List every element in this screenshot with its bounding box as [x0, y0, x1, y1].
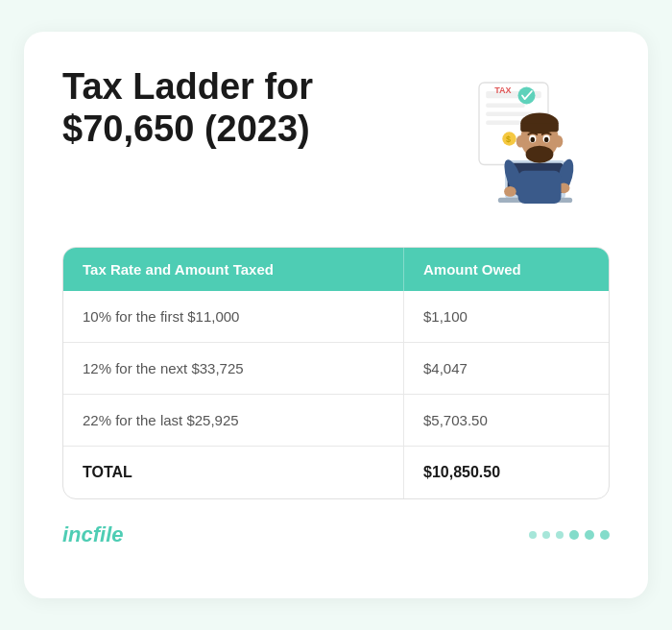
page-title: Tax Ladder for $70,650 (2023) — [62, 66, 389, 150]
svg-point-20 — [531, 137, 536, 142]
svg-point-21 — [544, 137, 549, 142]
svg-point-6 — [518, 87, 536, 105]
row1-amount: $1,100 — [404, 291, 609, 342]
row2-amount: $4,047 — [404, 343, 609, 394]
total-label: TOTAL — [63, 447, 404, 498]
svg-rect-2 — [486, 104, 525, 109]
row1-rate: 10% for the first $11,000 — [63, 291, 404, 342]
total-amount: $10,850.50 — [404, 447, 609, 498]
svg-point-15 — [526, 146, 554, 163]
main-card: Tax Ladder for $70,650 (2023) TAX $ — [24, 32, 648, 598]
svg-text:$: $ — [506, 134, 511, 144]
dot-4 — [569, 530, 579, 540]
table-header: Tax Rate and Amount Taxed Amount Owed — [63, 248, 609, 291]
svg-point-24 — [504, 186, 516, 197]
tax-table: Tax Rate and Amount Taxed Amount Owed 10… — [62, 247, 610, 499]
dot-6 — [600, 530, 610, 540]
dot-1 — [529, 531, 537, 539]
header-section: Tax Ladder for $70,650 (2023) TAX $ — [62, 66, 610, 220]
svg-point-17 — [554, 135, 563, 148]
row2-rate: 12% for the next $33,725 — [63, 343, 404, 394]
brand-logo: incfile — [62, 522, 124, 547]
svg-rect-3 — [486, 112, 534, 117]
svg-rect-26 — [518, 171, 562, 204]
row3-amount: $5,703.50 — [404, 395, 609, 446]
table-row: 10% for the first $11,000 $1,100 — [63, 291, 609, 343]
svg-rect-4 — [486, 121, 520, 126]
svg-rect-14 — [520, 123, 559, 132]
col2-header: Amount Owed — [404, 248, 609, 291]
row3-rate: 22% for the last $25,925 — [63, 395, 404, 446]
svg-point-16 — [516, 135, 525, 148]
table-row: 12% for the next $33,725 $4,047 — [63, 343, 609, 395]
table-row: 22% for the last $25,925 $5,703.50 — [63, 395, 609, 447]
table-body: 10% for the first $11,000 $1,100 12% for… — [63, 291, 609, 498]
dot-3 — [556, 531, 564, 539]
character-illustration: TAX $ — [418, 66, 610, 220]
total-row: TOTAL $10,850.50 — [63, 447, 609, 498]
svg-text:TAX: TAX — [494, 85, 511, 95]
dot-5 — [585, 530, 594, 540]
dots-decoration — [529, 530, 610, 540]
dot-2 — [542, 531, 550, 539]
col1-header: Tax Rate and Amount Taxed — [63, 248, 404, 291]
footer: incfile — [62, 522, 610, 547]
